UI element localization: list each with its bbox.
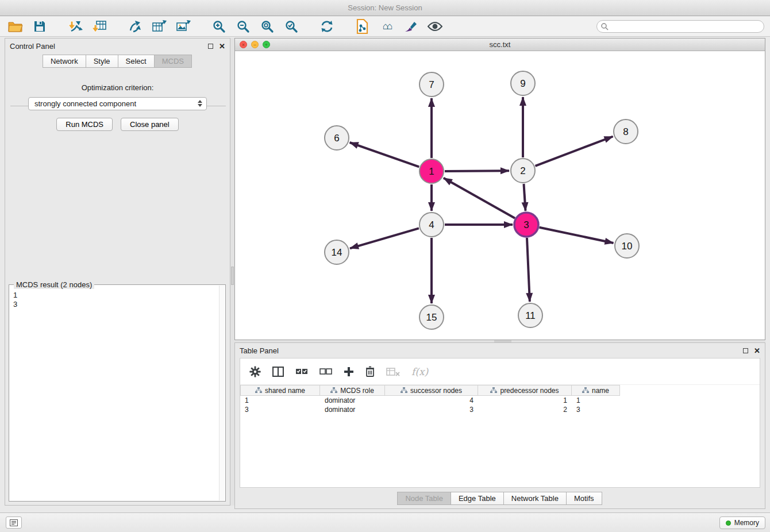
sort-column-icon bbox=[255, 387, 262, 394]
delete-table-icon bbox=[386, 367, 400, 376]
select-all-columns-icon[interactable] bbox=[295, 367, 308, 376]
home-icon[interactable]: ⌂⌂ bbox=[377, 18, 396, 34]
column-header-label: predecessor nodes bbox=[500, 387, 559, 395]
graph-edge-1-2[interactable] bbox=[445, 171, 509, 171]
float-panel-icon[interactable] bbox=[208, 44, 213, 49]
export-group bbox=[125, 18, 193, 34]
graph-node-label-11: 11 bbox=[525, 310, 536, 321]
network-file-icon[interactable] bbox=[353, 18, 372, 34]
view-group: ⌂⌂ bbox=[353, 18, 445, 34]
maximize-window-icon[interactable]: + bbox=[263, 41, 270, 48]
graph-edge-3-10[interactable] bbox=[540, 228, 614, 243]
tab-network-table[interactable]: Network Table bbox=[503, 492, 567, 505]
graph-node-label-9: 9 bbox=[520, 78, 525, 89]
network-window-titlebar[interactable]: × − + scc.txt bbox=[235, 38, 765, 51]
table-row[interactable]: 1dominator411 bbox=[240, 396, 760, 405]
zoom-in-icon[interactable] bbox=[209, 18, 229, 34]
graph-node-label-8: 8 bbox=[623, 126, 628, 137]
graph-node-label-15: 15 bbox=[426, 312, 437, 323]
close-panel-button[interactable]: Close panel bbox=[121, 118, 179, 131]
table-cell-name: 1 bbox=[572, 396, 620, 405]
refresh-group bbox=[317, 18, 337, 34]
title-bar: Session: New Session bbox=[0, 0, 770, 16]
table-row[interactable]: 3dominator323 bbox=[240, 405, 760, 414]
graph-edge-2-3[interactable] bbox=[524, 184, 526, 211]
main-toolbar: ⌂⌂ bbox=[0, 17, 770, 37]
style-paint-icon[interactable] bbox=[401, 18, 421, 34]
criterion-dropdown[interactable]: strongly connected component bbox=[28, 97, 207, 110]
result-scrollbar[interactable] bbox=[219, 286, 225, 500]
vertical-splitter-handle[interactable] bbox=[231, 267, 234, 285]
create-column-plus-icon[interactable] bbox=[344, 367, 354, 377]
refresh-icon[interactable] bbox=[317, 18, 337, 34]
graph-edge-3-1[interactable] bbox=[444, 178, 515, 218]
graph-node-label-2: 2 bbox=[520, 165, 525, 176]
control-panel-title: Control Panel bbox=[10, 42, 55, 51]
sort-column-icon bbox=[582, 387, 589, 394]
vertical-splitter[interactable] bbox=[230, 38, 234, 506]
memory-button[interactable]: Memory bbox=[719, 516, 765, 529]
table-panel: Table Panel ✕ bbox=[234, 342, 765, 509]
zoom-selected-icon[interactable] bbox=[282, 18, 301, 34]
tab-motifs[interactable]: Motifs bbox=[566, 492, 602, 505]
zoom-fit-icon[interactable] bbox=[257, 18, 277, 34]
column-header-label: successor nodes bbox=[410, 387, 462, 395]
table-toolbar: f(x) bbox=[240, 358, 760, 385]
import-table-icon[interactable] bbox=[90, 18, 109, 34]
search-icon bbox=[601, 23, 609, 30]
optimization-criterion-label: Optimization criterion: bbox=[5, 83, 230, 92]
close-window-icon[interactable]: × bbox=[240, 41, 247, 48]
export-table-icon[interactable] bbox=[149, 18, 169, 34]
search-input[interactable] bbox=[596, 20, 764, 33]
export-image-icon[interactable] bbox=[174, 18, 193, 34]
show-columns-icon[interactable] bbox=[272, 367, 284, 377]
eye-icon[interactable] bbox=[425, 18, 445, 34]
sort-column-icon bbox=[330, 387, 337, 394]
sort-column-icon bbox=[401, 387, 407, 394]
dropdown-arrows-icon bbox=[198, 100, 202, 107]
zoom-out-icon[interactable] bbox=[233, 18, 253, 34]
open-session-icon[interactable] bbox=[6, 18, 25, 34]
table-settings-gear-icon[interactable] bbox=[249, 366, 261, 377]
save-session-icon[interactable] bbox=[30, 18, 49, 34]
table-cell-successor-nodes: 3 bbox=[385, 405, 478, 414]
minimize-window-icon[interactable]: − bbox=[251, 41, 259, 48]
network-window-title: scc.txt bbox=[490, 40, 511, 49]
graph-edge-3-11[interactable] bbox=[527, 238, 530, 302]
graph-node-label-6: 6 bbox=[334, 133, 339, 144]
tab-node-table[interactable]: Node Table bbox=[397, 492, 451, 505]
import-network-icon[interactable] bbox=[66, 18, 85, 34]
criterion-dropdown-value: strongly connected component bbox=[34, 99, 136, 108]
zoom-group bbox=[209, 18, 301, 34]
column-header-shared-name[interactable]: shared name bbox=[240, 385, 320, 396]
column-header-predecessor-nodes[interactable]: predecessor nodes bbox=[478, 385, 572, 396]
float-table-panel-icon[interactable] bbox=[743, 348, 748, 353]
tab-edge-table[interactable]: Edge Table bbox=[451, 492, 504, 505]
network-graph[interactable]: 7968124314101511 bbox=[235, 51, 765, 340]
tab-network[interactable]: Network bbox=[43, 55, 86, 68]
tab-mcds[interactable]: MCDS bbox=[154, 55, 192, 68]
column-header-successor-nodes[interactable]: successor nodes bbox=[385, 385, 478, 396]
graph-edge-1-6[interactable] bbox=[350, 142, 419, 167]
export-network-icon[interactable] bbox=[125, 18, 145, 34]
column-header-label: name bbox=[592, 387, 609, 395]
tab-style[interactable]: Style bbox=[86, 55, 118, 68]
graph-edge-4-14[interactable] bbox=[350, 228, 419, 248]
column-header-name[interactable]: name bbox=[572, 385, 620, 396]
search-box bbox=[596, 20, 764, 33]
table-cell-mcds-role: dominator bbox=[320, 405, 385, 414]
close-panel-icon[interactable]: ✕ bbox=[219, 42, 225, 51]
control-panel-header: Control Panel ✕ bbox=[5, 38, 230, 53]
delete-column-trash-icon[interactable] bbox=[365, 366, 375, 377]
status-bar: Memory bbox=[0, 512, 770, 532]
graph-node-label-1: 1 bbox=[429, 166, 434, 177]
close-table-panel-icon[interactable]: ✕ bbox=[754, 346, 760, 355]
run-mcds-button[interactable]: Run MCDS bbox=[56, 118, 113, 131]
graph-edge-2-8[interactable] bbox=[536, 137, 613, 166]
console-button[interactable] bbox=[6, 516, 22, 529]
column-header-label: shared name bbox=[265, 387, 305, 395]
column-header-mcds-role[interactable]: MCDS role bbox=[320, 385, 385, 396]
network-canvas[interactable]: 7968124314101511 bbox=[235, 51, 765, 340]
deselect-all-columns-icon[interactable] bbox=[319, 367, 332, 376]
tab-select[interactable]: Select bbox=[118, 55, 155, 68]
